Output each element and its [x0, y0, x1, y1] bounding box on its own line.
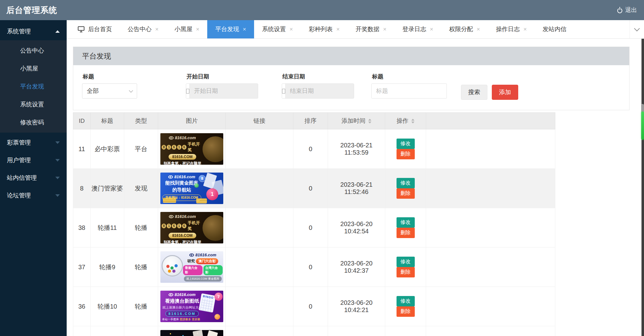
- sort-icon[interactable]: [411, 119, 414, 123]
- cell-time: 2023-06-20 10:42:21: [328, 287, 385, 326]
- tab-开奖数据[interactable]: 开奖数据✕: [348, 20, 395, 38]
- close-icon[interactable]: ✕: [289, 27, 293, 32]
- cell-image: 81616.com能找到黄金图库的导航站导航网址：81616.COM81: [158, 169, 226, 208]
- bingo-grid: [200, 298, 214, 312]
- edit-button[interactable]: 修改: [397, 257, 415, 267]
- banner-headline: 看港澳台新图纸: [165, 298, 199, 305]
- close-icon[interactable]: ✕: [336, 27, 340, 32]
- chevron-up-icon: [55, 30, 60, 33]
- banner-tagline: 别再拿笔，死记在脑里: [164, 161, 201, 165]
- sidebar-item-小黑屋[interactable]: 小黑屋: [0, 60, 67, 77]
- column-header-操作: 操作: [385, 113, 426, 129]
- title-type-select[interactable]: 全部: [82, 83, 137, 99]
- add-button[interactable]: 添加: [492, 85, 518, 100]
- close-icon[interactable]: ✕: [523, 27, 527, 32]
- filter-buttons: 搜索 添加: [461, 69, 518, 100]
- close-icon[interactable]: ✕: [242, 27, 246, 32]
- cell-type: 轮播: [124, 208, 158, 248]
- card-decoration: [193, 330, 204, 336]
- delete-button[interactable]: 删除: [397, 306, 415, 317]
- tab-公告中心[interactable]: 公告中心✕: [120, 20, 167, 38]
- sidebar-menu: 系统管理公告中心小黑屋平台发现系统设置修改密码彩票管理用户管理站内信管理论坛管理: [0, 23, 67, 204]
- tab-小黑屋[interactable]: 小黑屋✕: [167, 20, 208, 38]
- tab-系统设置[interactable]: 系统设置✕: [254, 20, 301, 38]
- sidebar-item-修改密码[interactable]: 修改密码: [0, 113, 67, 131]
- end-date-input[interactable]: [286, 84, 354, 98]
- close-icon[interactable]: ✕: [476, 27, 480, 32]
- cell-title: 澳门管家婆: [91, 169, 124, 208]
- cell-sort: 0: [293, 129, 328, 169]
- sidebar-group-label: 系统管理: [7, 27, 31, 36]
- banner-line-part: 本站一手图库: [162, 318, 180, 321]
- scrollbar-track[interactable]: [641, 39, 644, 336]
- close-icon[interactable]: ✕: [196, 27, 200, 32]
- banner-line: 资料全 更新快 准确率高: [185, 282, 221, 283]
- tab-登录日志[interactable]: 登录日志✕: [394, 20, 441, 38]
- title-input[interactable]: [371, 83, 447, 99]
- tab-label: 登录日志: [402, 25, 426, 33]
- close-icon[interactable]: ✕: [430, 27, 433, 32]
- sidebar-group-站内信管理[interactable]: 站内信管理: [0, 169, 67, 187]
- sidebar-submenu: 公告中心小黑屋平台发现系统设置修改密码: [0, 40, 67, 133]
- scrollbar-thumb[interactable]: [641, 111, 644, 140]
- cell-empty: [426, 169, 555, 208]
- edit-button[interactable]: 修改: [397, 217, 415, 228]
- tab-发站内信[interactable]: 发站内信: [535, 20, 575, 38]
- close-icon[interactable]: ✕: [155, 27, 159, 32]
- tab-label: 小黑屋: [175, 25, 192, 33]
- start-date-input[interactable]: [190, 84, 258, 98]
- delete-button[interactable]: 删除: [397, 188, 415, 199]
- logout-button[interactable]: 退出: [617, 0, 637, 20]
- sidebar-item-平台发现[interactable]: 平台发现: [0, 77, 67, 95]
- digit-ball: 1: [167, 145, 171, 150]
- sidebar-group-label: 论坛管理: [7, 191, 31, 200]
- cell-time: 2023-06-20 10:42:54: [328, 208, 385, 248]
- filter-group-start-date: 开始日期: [186, 69, 258, 99]
- sort-icon[interactable]: [368, 119, 371, 123]
- tab-label: 发站内信: [543, 25, 567, 33]
- delete-button[interactable]: 删除: [397, 228, 415, 238]
- digit-ball: 6: [172, 145, 176, 150]
- tab-后台首页[interactable]: 后台首页: [70, 20, 120, 38]
- lottery-ball: 1: [206, 188, 218, 200]
- tab-操作日志[interactable]: 操作日志✕: [488, 20, 535, 38]
- tabs-dropdown-button[interactable]: [630, 20, 644, 38]
- banner-text-block: 81616.com研究澳门六合彩香港六合彩台湾六合彩就上81616.COM 黄金…: [183, 253, 223, 283]
- cell-image: 81616.com81616手机开奖81616.COM别再拿笔，死记在脑里: [158, 208, 226, 248]
- sidebar-group-论坛管理[interactable]: 论坛管理: [0, 187, 67, 204]
- cell-title: 必中彩票: [91, 129, 124, 169]
- sidebar-group-系统管理[interactable]: 系统管理: [0, 23, 67, 40]
- banner-pill-row: 香港六合彩台湾六合彩: [183, 265, 223, 275]
- banner-digits: 81616手机开奖: [162, 141, 203, 153]
- table-row: 37轮播9轮播81616.com研究澳门六合彩香港六合彩台湾六合彩就上81616…: [73, 248, 555, 287]
- page-title: 平台发现: [73, 47, 629, 65]
- search-button[interactable]: 搜索: [461, 85, 487, 100]
- tab-彩种列表[interactable]: 彩种列表✕: [301, 20, 348, 38]
- banner-headline: 的导航站: [172, 187, 191, 193]
- tab-权限分配[interactable]: 权限分配✕: [441, 20, 488, 38]
- sidebar-group-彩票管理[interactable]: 彩票管理: [0, 134, 67, 151]
- edit-button[interactable]: 修改: [397, 139, 415, 149]
- sidebar-item-公告中心[interactable]: 公告中心: [0, 42, 67, 60]
- cell-title: 轮播10: [91, 287, 124, 326]
- sidebar-group-用户管理[interactable]: 用户管理: [0, 151, 67, 169]
- column-header-label: 添加时间: [341, 117, 365, 124]
- banner-line: 就上81616.COM 黄金图库: [184, 276, 221, 282]
- cell-sort: 0: [293, 287, 328, 326]
- cell-sort: 0: [293, 248, 328, 287]
- tab-平台发现[interactable]: 平台发现✕: [207, 20, 254, 38]
- banner-pill: 澳门六合彩: [196, 258, 218, 264]
- close-icon[interactable]: ✕: [383, 27, 387, 32]
- delete-button[interactable]: 删除: [397, 149, 415, 159]
- banner-pill: 台湾六合彩: [203, 265, 223, 275]
- cell-time: [328, 326, 385, 336]
- digit-ball: 6: [182, 145, 186, 150]
- banner-url-pill: 导航网址：81616.COM: [162, 195, 201, 201]
- cell-sort: 0: [293, 208, 328, 248]
- edit-button[interactable]: 修改: [397, 178, 415, 188]
- edit-button[interactable]: 修改: [397, 296, 415, 306]
- cell-type: [124, 326, 158, 336]
- sidebar-item-系统设置[interactable]: 系统设置: [0, 95, 67, 113]
- chevron-down-icon: [55, 194, 60, 197]
- delete-button[interactable]: 删除: [397, 267, 415, 277]
